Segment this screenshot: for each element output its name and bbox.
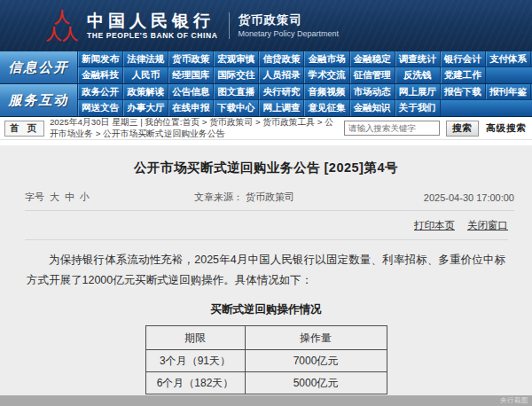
- dept-names: 货币政策司 Monetary Policy Department: [239, 13, 340, 39]
- nav-rows: 新闻发布法律法规货币政策宏观审慎信贷政策金融市场金融稳定调查统计银行会计支付体系…: [78, 51, 532, 83]
- table-cell: 6个月（182天）: [145, 372, 245, 394]
- print-page-link[interactable]: 打印本页: [414, 219, 455, 232]
- nav-item[interactable]: 法律法规: [123, 51, 168, 66]
- bank-name-cn: 中国人民银行: [87, 12, 218, 30]
- nav-item[interactable]: 国际交往: [214, 67, 259, 83]
- nav-group-label[interactable]: 服务互动: [0, 84, 78, 116]
- font-size-control: 字号 大 中 小: [25, 191, 90, 204]
- nav-item[interactable]: 学术交流: [304, 67, 349, 83]
- nav-item[interactable]: 关于我们: [395, 100, 441, 116]
- nav-item[interactable]: 反洗钱: [395, 67, 441, 83]
- nav-item[interactable]: 人员招录: [259, 67, 304, 83]
- bottom-bar: 央行截图: [0, 395, 532, 406]
- search-input[interactable]: [344, 121, 440, 136]
- breadcrumb: 2025年4月30日 星期三 | 我的位置:首页 > 货币政策司 > 货币政策工…: [50, 117, 339, 138]
- nav-item[interactable]: 意见征集: [304, 100, 349, 116]
- nav-item[interactable]: 经理国库: [168, 67, 214, 83]
- nav-rows: 政务公开政策解读公告信息图文直播央行研究音频视频市场动态网上展厅报告下载报刊年鉴…: [78, 84, 532, 116]
- dept-name-cn: 货币政策司: [239, 13, 340, 27]
- page-title: 公开市场买断式逆回购业务公告 [2025]第4号: [0, 160, 532, 176]
- nav-item[interactable]: 网送文告: [78, 100, 123, 116]
- nav-item[interactable]: 下载中心: [214, 100, 259, 116]
- article-datetime: 2025-04-30 17:00:00: [424, 192, 514, 203]
- nav-item[interactable]: 信贷政策: [259, 51, 304, 66]
- nav-item[interactable]: 金融市场: [304, 51, 349, 66]
- nav-item[interactable]: 宏观审慎: [214, 51, 259, 66]
- nav-item[interactable]: 央行研究: [259, 84, 304, 99]
- nav-item[interactable]: 调查统计: [395, 51, 441, 66]
- bank-names: 中国人民银行 THE PEOPLE'S BANK OF CHINA: [87, 12, 218, 40]
- nav-item[interactable]: 金融稳定: [350, 51, 395, 66]
- bank-name-en: THE PEOPLE'S BANK OF CHINA: [87, 32, 218, 40]
- article-source-value: 货币政策司: [246, 191, 294, 202]
- table-cell: 3个月（91天）: [145, 350, 245, 372]
- nav-group-label[interactable]: 信息公开: [0, 51, 78, 83]
- header-divider: [229, 12, 230, 39]
- nav-item[interactable]: 党建工作: [441, 67, 486, 83]
- nav-item[interactable]: 报刊年鉴: [486, 84, 531, 99]
- table-header-cell: 期限: [145, 326, 245, 350]
- site-header: 人 人 人 中国人民银行 THE PEOPLE'S BANK OF CHINA …: [0, 0, 532, 51]
- advanced-search-link[interactable]: 高级搜索: [486, 122, 527, 135]
- home-button[interactable]: 首 页: [4, 121, 44, 137]
- article-meta-row: 字号 大 中 小 文章来源： 货币政策司 2025-04-30 17:00:00: [25, 191, 514, 211]
- nav-row: 政务公开政策解读公告信息图文直播央行研究音频视频市场动态网上展厅报告下载报刊年鉴: [78, 84, 532, 100]
- nav-row: 新闻发布法律法规货币政策宏观审慎信贷政策金融市场金融稳定调查统计银行会计支付体系: [78, 51, 532, 67]
- nav-item[interactable]: 金融科技: [78, 67, 123, 83]
- dept-name-en: Monetary Policy Department: [239, 29, 340, 39]
- nav-item[interactable]: 新闻发布: [78, 51, 123, 66]
- search-button[interactable]: 搜索: [446, 121, 479, 137]
- table-cell: 7000亿元: [245, 350, 387, 372]
- table-header-row: 期限操作量: [145, 326, 387, 350]
- nav-item[interactable]: 政策解读: [123, 84, 168, 99]
- nav-item[interactable]: 市场动态: [350, 84, 395, 99]
- main-nav: 信息公开新闻发布法律法规货币政策宏观审慎信贷政策金融市场金融稳定调查统计银行会计…: [0, 51, 532, 117]
- operation-table-body: 3个月（91天）7000亿元6个月（182天）5000亿元: [145, 350, 387, 394]
- svg-text:人: 人: [61, 25, 78, 43]
- nav-group: 信息公开新闻发布法律法规货币政策宏观审慎信贷政策金融市场金融稳定调查统计银行会计…: [0, 51, 532, 84]
- breadcrumb-bar: 首 页 2025年4月30日 星期三 | 我的位置:首页 > 货币政策司 > 货…: [0, 117, 532, 140]
- nav-row: 网送文告办事大厅在线申报下载中心网上调查意见征集金融知识关于我们: [78, 100, 532, 116]
- nav-item[interactable]: 在线申报: [168, 100, 214, 116]
- nav-item[interactable]: 人民币: [123, 67, 168, 83]
- operation-table-caption: 买断式逆回购操作情况: [0, 302, 532, 317]
- nav-group: 服务互动政务公开政策解读公告信息图文直播央行研究音频视频市场动态网上展厅报告下载…: [0, 84, 532, 117]
- nav-item[interactable]: 音频视频: [304, 84, 349, 99]
- watermark-text: 央行截图: [500, 396, 528, 405]
- nav-item[interactable]: 报告下载: [441, 84, 486, 99]
- article-paragraph: 为保持银行体系流动性充裕，2025年4月中国人民银行以固定数量、利率招标、多重价…: [27, 250, 505, 291]
- nav-item[interactable]: 政务公开: [78, 84, 123, 99]
- nav-item[interactable]: 网上调查: [259, 100, 304, 116]
- nav-item[interactable]: 货币政策: [168, 51, 214, 66]
- article-source: 文章来源： 货币政策司: [194, 191, 294, 204]
- table-row: 6个月（182天）5000亿元: [145, 372, 387, 394]
- nav-item[interactable]: 公告信息: [168, 84, 214, 99]
- nav-item[interactable]: 金融知识: [350, 100, 395, 116]
- article-content: 公开市场买断式逆回购业务公告 [2025]第4号 字号 大 中 小 文章来源： …: [0, 145, 532, 397]
- close-window-link[interactable]: 关闭窗口: [467, 219, 508, 232]
- font-size-label: 字号: [25, 191, 44, 204]
- font-size-large[interactable]: 大: [50, 191, 59, 204]
- font-size-small[interactable]: 小: [80, 191, 90, 204]
- article-source-label: 文章来源：: [194, 191, 243, 202]
- nav-item[interactable]: 银行会计: [441, 51, 486, 66]
- nav-item[interactable]: 网上展厅: [395, 84, 441, 99]
- nav-item[interactable]: 办事大厅: [123, 100, 168, 116]
- svg-text:人: 人: [45, 25, 62, 43]
- nav-row: 金融科技人民币经理国库国际交往人员招录学术交流征信管理反洗钱党建工作: [78, 67, 532, 83]
- table-row: 3个月（91天）7000亿元: [145, 350, 387, 372]
- operation-table: 期限操作量 3个月（91天）7000亿元6个月（182天）5000亿元: [145, 325, 387, 394]
- table-cell: 5000亿元: [245, 372, 387, 394]
- nav-item[interactable]: 图文直播: [214, 84, 259, 99]
- article-tools-row: 打印本页 关闭窗口: [25, 211, 508, 240]
- svg-text:人: 人: [53, 8, 70, 26]
- font-size-medium[interactable]: 中: [65, 191, 74, 204]
- nav-item[interactable]: 支付体系: [486, 51, 531, 66]
- table-header-cell: 操作量: [245, 326, 387, 350]
- pboc-logo-icon: 人 人 人: [44, 7, 80, 44]
- nav-item[interactable]: 征信管理: [350, 67, 395, 83]
